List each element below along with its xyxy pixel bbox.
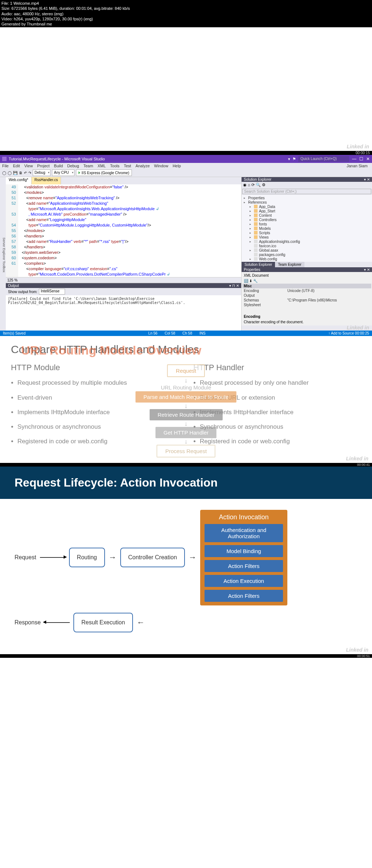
menu-window[interactable]: Window bbox=[154, 164, 168, 168]
arrow-down-icon: ↓ bbox=[185, 403, 188, 409]
editor-tabs: Web.config* RssHandler.cs bbox=[6, 177, 241, 184]
tree-scripts[interactable]: Scripts bbox=[259, 231, 270, 235]
zoom-level[interactable]: 125 % bbox=[6, 277, 241, 283]
user-label[interactable]: Janan Siam bbox=[347, 164, 370, 168]
thumbnail-meta: File: 1 Welcome.mp4 Size: 6721566 bytes … bbox=[0, 0, 372, 27]
overlay-title: URL Routing Module Overview bbox=[21, 343, 201, 357]
meta-size: Size: 6721566 bytes (6.41 MiB), duration… bbox=[1, 6, 371, 11]
menu-help[interactable]: Help bbox=[173, 164, 181, 168]
run-button[interactable]: IIS Express (Google Chrome) bbox=[76, 169, 132, 176]
lifecycle-slide: Request Lifecycle: Action Invocation Req… bbox=[0, 467, 372, 654]
arrow-right-icon: → bbox=[109, 553, 117, 562]
menu-view[interactable]: View bbox=[24, 164, 33, 168]
status-add-source[interactable]: ↑ Add to Source 00:00:25 bbox=[328, 331, 369, 335]
line-gutter: 49505152535455565758596061 bbox=[6, 184, 18, 277]
timestamp-1: 00:00:15 bbox=[0, 151, 372, 155]
prop-stylesheet-label: Stylesheet bbox=[244, 303, 287, 307]
arrow-down-icon: ↓ bbox=[185, 420, 188, 427]
vs-icon bbox=[2, 157, 7, 161]
forward-icon[interactable]: ◯ bbox=[8, 171, 12, 175]
save-all-icon[interactable]: 🗎 bbox=[19, 171, 23, 175]
step-action-filters-1: Action Filters bbox=[205, 560, 283, 572]
sln-pin-icon[interactable]: ▾ ✕ bbox=[364, 177, 370, 181]
meta-generated: Generated by Thumbnail me bbox=[1, 21, 371, 27]
output-title: Output bbox=[8, 284, 19, 288]
status-ch: Ch 58 bbox=[182, 331, 192, 335]
quick-launch-input[interactable]: Quick Launch (Ctrl+Q) bbox=[298, 156, 349, 162]
solution-tree[interactable]: ▸Properties ▸References ▸App_Data ▸App_S… bbox=[242, 195, 372, 262]
flow-request: Request bbox=[167, 364, 205, 377]
vs-statusbar: Item(s) Saved Ln 56 Col 58 Ch 58 INS ↑ A… bbox=[0, 331, 372, 336]
close-button[interactable]: ✕ bbox=[366, 156, 370, 161]
platform-combo[interactable]: Any CPU bbox=[52, 169, 74, 176]
tree-appdata[interactable]: App_Data bbox=[259, 205, 275, 209]
timestamp-3: 00:00:51 bbox=[0, 654, 372, 658]
vs-menubar: File Edit View Project Build Debug Team … bbox=[0, 163, 372, 169]
compare-slide: URL Routing Module Overview Compare HTTP… bbox=[0, 336, 372, 463]
menu-debug[interactable]: Debug bbox=[67, 164, 79, 168]
output-source-combo[interactable]: IntelliSense bbox=[39, 289, 65, 295]
tree-fonts[interactable]: fonts bbox=[259, 222, 267, 226]
menu-project[interactable]: Project bbox=[37, 164, 49, 168]
tree-models[interactable]: Models bbox=[259, 227, 271, 231]
tree-properties[interactable]: Properties bbox=[248, 196, 265, 200]
status-line: Ln 56 bbox=[148, 331, 157, 335]
config-combo[interactable]: Debug bbox=[33, 169, 50, 176]
label-request: Request bbox=[15, 554, 36, 561]
prop-schemas-value[interactable]: "C:\Program Files (x86)\Micros bbox=[287, 298, 370, 302]
search-solution-input[interactable]: Search Solution Explorer (Ctrl+;) bbox=[242, 189, 371, 194]
flag-icon[interactable]: ⚑ bbox=[292, 157, 296, 161]
undo-icon[interactable]: ↶ bbox=[24, 171, 27, 175]
tab-rsshandler[interactable]: RssHandler.cs bbox=[32, 177, 61, 184]
menu-tools[interactable]: Tools bbox=[110, 164, 120, 168]
tab-solution-explorer[interactable]: Solution Explorer bbox=[242, 262, 275, 267]
prop-output-value[interactable] bbox=[287, 293, 370, 297]
props-pin-icon[interactable]: ▾ ✕ bbox=[364, 268, 370, 272]
tree-references[interactable]: References bbox=[248, 200, 267, 204]
output-text[interactable]: [Failure] Could not find file 'C:\Users\… bbox=[6, 295, 241, 314]
minimize-button[interactable]: — bbox=[352, 156, 356, 161]
step-action-execution: Action Execution bbox=[205, 575, 283, 587]
tree-global[interactable]: Global.asax bbox=[259, 248, 278, 252]
tree-content[interactable]: Content bbox=[259, 213, 272, 217]
sln-toolbar: ◉ ⌂ ⟳ 🔍 ⚙ bbox=[242, 182, 372, 188]
output-pin-icon[interactable]: ▾ ⊓ ✕ bbox=[229, 284, 239, 288]
window-title: Tutorial.MvcRequestLifecycle - Microsoft… bbox=[9, 157, 105, 161]
box-result-execution: Result Execution bbox=[73, 613, 133, 632]
step-action-filters-2: Action Filters bbox=[205, 590, 283, 602]
menu-edit[interactable]: Edit bbox=[13, 164, 20, 168]
arrow-down-icon: ↓ bbox=[185, 438, 188, 445]
arrow-left-icon bbox=[44, 622, 70, 623]
code-editor[interactable]: 49505152535455565758596061 <validation v… bbox=[6, 184, 241, 277]
redo-icon[interactable]: ↷ bbox=[28, 171, 31, 175]
server-explorer-rail[interactable]: Server Explorer Toolbox bbox=[0, 177, 6, 331]
save-icon[interactable]: 💾 bbox=[13, 171, 17, 175]
notification-icon[interactable]: ▾ bbox=[288, 157, 290, 161]
tree-packages[interactable]: packages.config bbox=[259, 253, 285, 257]
step-model-binding: Model Binding bbox=[205, 545, 283, 557]
arrow-right-icon bbox=[40, 557, 65, 558]
flow-process: Process Request bbox=[157, 445, 215, 457]
back-icon[interactable]: ◯ bbox=[2, 171, 6, 175]
tree-webconfig[interactable]: Web.config bbox=[259, 257, 277, 261]
code-content[interactable]: <validation validateIntegratedModeConfig… bbox=[18, 184, 241, 277]
tab-team-explorer[interactable]: Team Explorer bbox=[275, 262, 304, 267]
props-misc-head: Misc bbox=[242, 284, 371, 288]
menu-test[interactable]: Test bbox=[124, 164, 131, 168]
menu-team[interactable]: Team bbox=[84, 164, 93, 168]
menu-build[interactable]: Build bbox=[54, 164, 63, 168]
tree-views[interactable]: Views bbox=[259, 235, 269, 239]
prop-encoding-value[interactable]: Unicode (UTF-8) bbox=[287, 289, 370, 293]
maximize-button[interactable]: ☐ bbox=[359, 156, 363, 161]
tree-favicon[interactable]: favicon.ico bbox=[259, 244, 276, 248]
tree-controllers[interactable]: Controllers bbox=[259, 218, 276, 222]
tab-webconfig[interactable]: Web.config* bbox=[6, 177, 32, 184]
menu-xml[interactable]: XML bbox=[97, 164, 106, 168]
tree-ai[interactable]: ApplicationInsights.config bbox=[259, 240, 300, 244]
flow-parse: Parse and Match Request to Route bbox=[136, 391, 236, 403]
menu-file[interactable]: File bbox=[2, 164, 9, 168]
tree-appstart[interactable]: App_Start bbox=[259, 209, 275, 213]
menu-analyze[interactable]: Analyze bbox=[136, 164, 150, 168]
prop-schemas-label: Schemas bbox=[244, 298, 287, 302]
props-footer-text: Character encoding of the document. bbox=[242, 319, 371, 325]
